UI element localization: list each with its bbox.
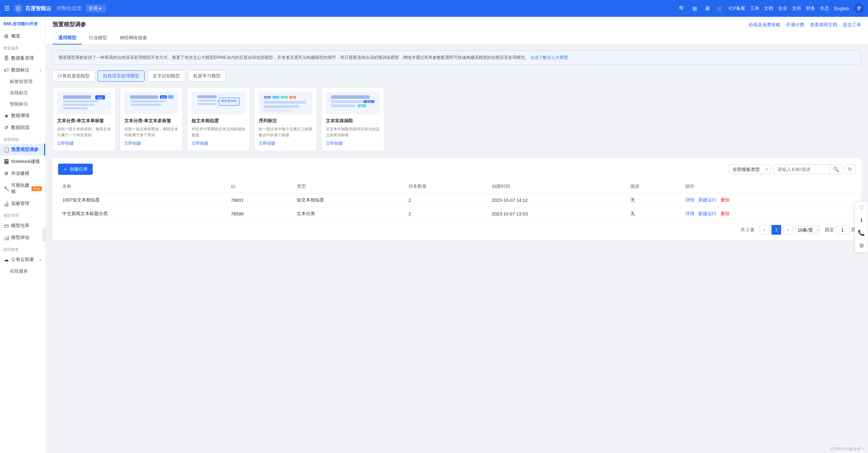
right-float-panel: ♡ ℹ 📞 ⊞	[855, 201, 868, 252]
ernie-link[interactable]: 点击了解文心大模型	[530, 55, 568, 60]
sidebar-item-exp-manage[interactable]: 🔬 实验管理	[0, 198, 45, 210]
card-link-1[interactable]: 立即创建	[57, 140, 111, 146]
pagination-goto-input[interactable]	[835, 226, 849, 234]
docs-link[interactable]: 查看调用文档	[810, 22, 837, 28]
pagination-prev[interactable]: ‹	[760, 225, 769, 235]
create-task-button[interactable]: ＋ 创建任务	[58, 164, 93, 175]
cloud-deploy-expand-icon: ∧	[39, 258, 42, 262]
svg-rect-2	[63, 95, 91, 99]
pay-link[interactable]: 开通付费	[786, 22, 804, 28]
action-new-run-0[interactable]: 新建运行	[698, 197, 716, 203]
filter-refresh-button[interactable]: ↻	[845, 164, 855, 174]
pagination-goto: 跳至 页	[825, 226, 855, 234]
sidebar-sub-smart-label[interactable]: 智能标注	[0, 98, 45, 110]
cell-actions-0: 详情 新建运行 删除	[681, 193, 855, 207]
action-detail-0[interactable]: 详情	[685, 197, 694, 203]
pagination: 共 2 条 ‹ 1 › 10条/页 20条/页 50条/页 跳至	[58, 221, 855, 235]
action-new-run-1[interactable]: 新建运行	[698, 211, 716, 216]
sidebar-item-pretrain[interactable]: 📋 预置模型调参	[0, 144, 45, 156]
monitor-icon[interactable]: 🖥	[704, 5, 711, 12]
card-seq-label[interactable]: PER LOC ORG TAX 序列标注 给一段	[254, 87, 317, 151]
task-section: ＋ 创建任务 全部模板类型 文本分类 短文本相似度 序列标注 文本实体抽取	[52, 158, 861, 240]
action-delete-1[interactable]: 删除	[721, 211, 730, 216]
ticket-link[interactable]: 工单	[750, 5, 759, 12]
card-text-classify-multi[interactable]: 类型 文字 文本分类-单文本多标签 识别一段文本的类别，每段文本可能属于多个类别…	[120, 87, 183, 151]
tab-nlp-model[interactable]: 自然语言处理模型	[98, 70, 145, 82]
sidebar-sub-online-label[interactable]: 在线标注	[0, 87, 45, 98]
filter-type-select[interactable]: 全部模板类型 文本分类 短文本相似度 序列标注 文本实体抽取	[729, 165, 771, 174]
sidebar-sub-label-group[interactable]: 标签组管理	[0, 76, 45, 87]
card-link-2[interactable]: 立即创建	[124, 140, 178, 146]
finance-link[interactable]: 财务	[806, 5, 815, 12]
float-grid[interactable]: ⊞	[855, 239, 868, 252]
tab-cv-model[interactable]: 计算机视觉模型	[52, 70, 95, 82]
eco-link[interactable]: 生态	[820, 5, 829, 12]
page-header: 预置模型调参 价格及免费策略 开通付费 查看调用文档 提交工单 通用模型 行业模…	[46, 17, 868, 45]
action-delete-0[interactable]: 删除	[721, 197, 730, 203]
nav-title[interactable]: 控制台总览	[57, 5, 82, 12]
scope-selector[interactable]: 全局 ▾	[86, 5, 106, 12]
submit-ticket-link[interactable]: 提交工单	[843, 22, 861, 28]
svg-rect-17	[197, 103, 217, 105]
logo-text: 百度智能云	[25, 5, 51, 12]
sidebar-section-model-manage: 模型管理	[0, 210, 45, 220]
card-illus-5: 实体 类别	[326, 92, 380, 114]
sidebar-item-visual-build[interactable]: 🔧 可视化建模 Beta	[0, 179, 45, 198]
tab-neural-search[interactable]: 神经网络搜索	[114, 32, 153, 44]
filter-search-input[interactable]	[774, 165, 830, 174]
float-favorite[interactable]: ♡	[855, 201, 868, 214]
pretrain-icon: 📋	[4, 147, 9, 152]
sidebar-item-cloud-deploy[interactable]: ☁ 公有云部署 ∧	[0, 254, 45, 266]
float-info[interactable]: ℹ	[855, 214, 868, 227]
grid-icon[interactable]: ⊞	[691, 5, 699, 12]
card-text-similarity[interactable]: 相似度98% 短文本相似度 对比并计算两段文本之间的相似度值 立即创建	[187, 87, 250, 151]
sidebar-item-job-build[interactable]: ⚙ 作业建模	[0, 167, 45, 179]
sidebar-item-data-augment-label: 数据增强	[11, 112, 29, 119]
col-desc: 描述	[626, 180, 681, 193]
tab-ocr-model[interactable]: 文字识别模型	[147, 70, 185, 82]
enterprise-link[interactable]: 企业	[778, 5, 787, 12]
table-row: 1007短文本相似度 78601 短文本相似度 2 2023-10-07 14:…	[58, 193, 855, 207]
sidebar-item-overview[interactable]: ⊞ 概览	[0, 30, 45, 42]
sidebar-item-data-manage[interactable]: 🗄 数据集管理	[0, 52, 45, 64]
sidebar-item-data-augment[interactable]: ◈ 数据增强	[0, 110, 45, 122]
col-created-time: 创建时间	[488, 180, 626, 193]
sidebar-collapse-btn[interactable]: ‹	[42, 229, 46, 241]
card-link-3[interactable]: 立即创建	[191, 140, 245, 146]
sidebar-item-model-eval[interactable]: 📊 模型评估	[0, 232, 45, 243]
card-link-5[interactable]: 立即创建	[326, 140, 380, 146]
cart-icon[interactable]: 🛒	[716, 5, 724, 12]
page-size-select[interactable]: 10条/页 20条/页 50条/页	[795, 226, 820, 234]
sidebar-item-data-label[interactable]: 🏷 数据标注 ∧	[0, 64, 45, 76]
avatar[interactable]: 梦	[854, 4, 864, 13]
pagination-next[interactable]: ›	[783, 225, 793, 235]
expand-icon: ∧	[39, 68, 42, 72]
language-button[interactable]: English	[834, 6, 849, 11]
tab-industry-model[interactable]: 行业模型	[83, 32, 113, 44]
card-text-entity[interactable]: 实体 类别 文本实体抽取 从文本中抽取内容并识别为自定义的类别标签 立即创建	[321, 87, 384, 151]
sidebar-item-model-store[interactable]: 🗃 模型仓库	[0, 220, 45, 232]
tab-general-model[interactable]: 通用模型	[52, 32, 82, 44]
card-title-3: 短文本相似度	[191, 118, 245, 124]
search-icon[interactable]: 🔍	[678, 5, 686, 12]
card-text-classify-single[interactable]: 类型 文本分类-单文本单标签 识别一段文本的类别，每段文本只属于一个特定类别 立…	[52, 87, 115, 151]
card-link-4[interactable]: 立即创建	[259, 140, 313, 146]
menu-icon[interactable]: ☰	[4, 5, 10, 12]
visual-build-icon: 🔧	[4, 186, 9, 191]
svg-text:类型: 类型	[97, 97, 103, 100]
icp-link[interactable]: ICP备案	[729, 5, 746, 12]
data-augment-icon: ◈	[4, 113, 9, 118]
support-link[interactable]: 支持	[792, 5, 801, 12]
filter-search-button[interactable]: 🔍	[830, 165, 842, 174]
pagination-page-1[interactable]: 1	[771, 225, 781, 235]
sidebar-item-data-backflow[interactable]: ↺ 数据回流	[0, 122, 45, 133]
docs-link[interactable]: 文档	[764, 5, 773, 12]
price-link[interactable]: 价格及免费策略	[749, 22, 780, 28]
tab-ml-model[interactable]: 机器学习模型	[188, 70, 226, 82]
sidebar-item-overview-label: 概览	[11, 33, 20, 39]
action-detail-1[interactable]: 详情	[685, 211, 694, 216]
beta-badge: Beta	[31, 186, 42, 191]
float-phone[interactable]: 📞	[855, 227, 868, 239]
sidebar-sub-online-service[interactable]: 在线服务	[0, 266, 45, 277]
sidebar-item-notebook[interactable]: 📓 Notebook建模	[0, 156, 45, 167]
